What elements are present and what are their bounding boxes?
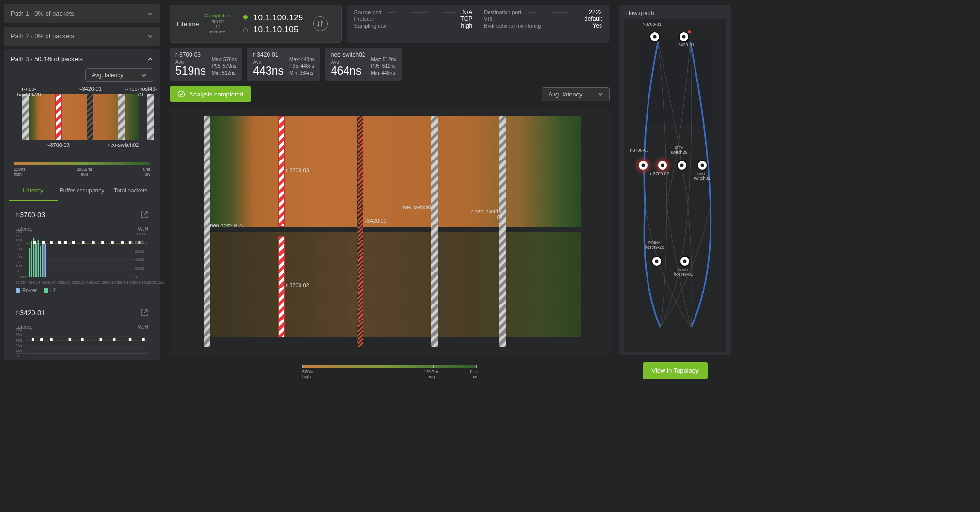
hop-card[interactable]: r-3420-01 Avg 443ns Max: 448ns P95: 448n… (247, 48, 320, 81)
graph-node[interactable] (680, 256, 690, 267)
svg-point-48 (655, 260, 659, 263)
svg-point-44 (642, 164, 645, 167)
svg-rect-12 (42, 242, 44, 277)
graph-node[interactable] (677, 160, 687, 171)
svg-rect-22 (101, 241, 104, 244)
device-card-r-3420-01: r-3420-01 Latency WJH (9, 304, 155, 360)
svg-rect-19 (72, 241, 75, 244)
graph-node[interactable] (697, 160, 708, 171)
svg-rect-18 (64, 241, 66, 244)
svg-rect-38 (113, 338, 115, 341)
svg-rect-39 (129, 338, 131, 341)
mini-latency-scale: 519nshigh 285.2nsavg 0nslow (14, 162, 150, 176)
svg-point-42 (653, 35, 657, 39)
svg-rect-33 (40, 338, 43, 341)
svg-rect-24 (121, 241, 123, 244)
dest-ip: 10.1.10.105 (253, 25, 303, 34)
path-2-label: Path 2 - 0% of packets (11, 32, 74, 40)
device-card-r-3700-03: r-3700-03 Latency WJH (9, 206, 155, 299)
main-metric-selector[interactable]: Avg. latency (542, 87, 610, 101)
hop-card[interactable]: r-3700-03 Avg 519ns Max: 576ns P95: 570n… (170, 48, 242, 81)
tab-buffer[interactable]: Buffer occupancy (58, 181, 107, 201)
popout-icon[interactable] (141, 309, 148, 317)
svg-rect-36 (81, 338, 83, 341)
check-circle-icon (177, 90, 185, 98)
graph-node[interactable] (638, 160, 648, 171)
swap-direction-button[interactable] (313, 16, 328, 31)
svg-rect-6 (29, 248, 30, 277)
svg-rect-17 (58, 241, 61, 244)
chevron-down-icon (598, 91, 603, 97)
svg-rect-40 (142, 338, 144, 341)
mini-metric-selector[interactable]: Avg. latency (85, 68, 153, 82)
chevron-down-icon (141, 72, 147, 78)
svg-rect-11 (40, 246, 41, 277)
svg-point-47 (701, 164, 704, 167)
hop-summary-cards: r-3700-03 Avg 519ns Max: 576ns P95: 570n… (170, 48, 610, 81)
svg-point-45 (661, 164, 664, 167)
main-latency-scale: 520nshigh 129.7nsavg 0nslow (302, 365, 477, 379)
flow-metadata: Source portN/A ProtocolTCP Sampling rate… (347, 5, 610, 43)
tab-latency[interactable]: Latency (9, 181, 58, 201)
mini-flow-diagram: r-neo-host49-20 r-3420-01 r-neo-host49-0… (12, 87, 152, 160)
graph-node[interactable] (651, 256, 662, 267)
svg-rect-23 (111, 241, 113, 244)
lifetime-box: Lifetime Completed ran for 11 minutes 10… (170, 5, 342, 43)
tab-packets[interactable]: Total packets (106, 181, 155, 201)
svg-rect-15 (42, 241, 45, 244)
analysis-status-badge: Analysis completed (170, 86, 251, 102)
svg-rect-35 (69, 338, 71, 341)
chevron-down-icon (147, 11, 153, 16)
flow-graph-panel: Flow graph (619, 5, 731, 355)
hop-card[interactable]: neo-switch02 Avg 464ns Max: 512ns P95: 5… (325, 48, 402, 81)
status-dot-icon (688, 30, 691, 33)
svg-rect-20 (82, 241, 84, 244)
svg-rect-21 (92, 241, 94, 244)
svg-point-46 (680, 164, 684, 167)
main-flow-diagram: r-neo-host49-20 r-3700-03 r-3700-02 r-34… (170, 107, 610, 356)
svg-rect-10 (38, 240, 39, 277)
svg-rect-9 (35, 243, 37, 277)
path-1-label: Path 1 - 0% of packets (11, 10, 74, 17)
popout-icon[interactable] (141, 211, 148, 219)
svg-point-49 (683, 260, 687, 263)
graph-node[interactable] (649, 32, 660, 42)
svg-rect-16 (50, 241, 52, 244)
direction-icon (243, 15, 248, 32)
svg-rect-13 (44, 244, 46, 277)
chevron-down-icon (147, 33, 153, 39)
svg-rect-32 (32, 338, 34, 341)
svg-rect-37 (100, 338, 102, 341)
svg-rect-7 (31, 241, 32, 277)
view-in-topology-button[interactable]: View in Topology (643, 362, 707, 379)
path-1-accordion[interactable]: Path 1 - 0% of packets (4, 4, 160, 23)
graph-node[interactable] (679, 32, 689, 42)
path-3-panel: Path 3 - 50.1% of packets Avg. latency (4, 49, 160, 360)
svg-rect-25 (129, 241, 131, 244)
summary-topbar: Lifetime Completed ran for 11 minutes 10… (170, 5, 610, 43)
latency-chart-r-3700-03: 500 ns 400 ns 300 ns 200 ns 100 ns 0 ns … (16, 234, 148, 277)
svg-rect-14 (33, 241, 36, 244)
source-ip: 10.1.100.125 (253, 13, 303, 23)
chevron-up-icon[interactable] (147, 56, 153, 62)
svg-rect-34 (50, 338, 52, 341)
metric-tabs: Latency Buffer occupancy Total packets (9, 181, 155, 201)
path-2-accordion[interactable]: Path 2 - 0% of packets (4, 27, 160, 46)
latency-chart-r-3420-01: 500 ns 400 ns 300 ns 200 ns 100 ns (16, 332, 148, 354)
path-3-label: Path 3 - 50.1% of packets (11, 55, 83, 63)
graph-node[interactable] (657, 160, 668, 171)
flow-graph-canvas[interactable]: r-3700-01 r-3420-01 r-3700-03 r-3700-02 (624, 19, 726, 352)
svg-point-43 (682, 35, 686, 39)
